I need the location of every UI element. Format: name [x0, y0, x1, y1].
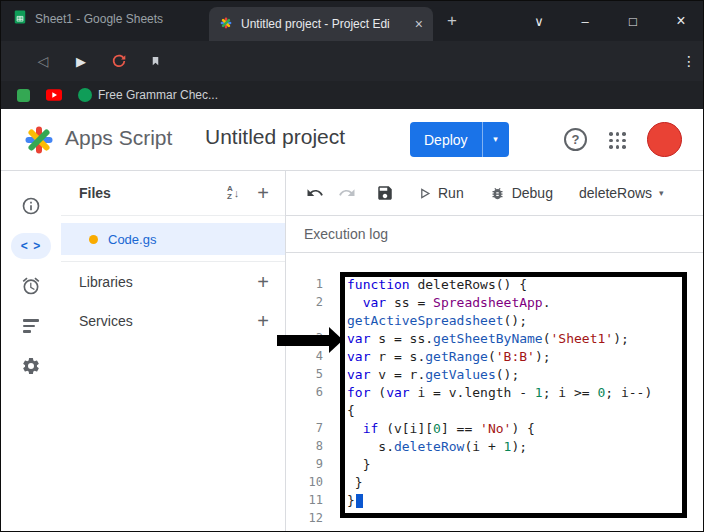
project-title[interactable]: Untitled project: [205, 125, 345, 149]
files-title: Files: [79, 185, 227, 201]
help-button[interactable]: ?: [564, 128, 587, 151]
line-number: 10: [286, 475, 323, 489]
run-button[interactable]: Run: [418, 185, 464, 201]
apps-script-logo-icon: [21, 122, 57, 162]
gs-file-dot-icon: [89, 235, 98, 244]
bookmark-flag-icon[interactable]: [141, 41, 169, 81]
code-area[interactable]: 1function deleteRows() {2 var ss = Sprea…: [286, 253, 703, 532]
bookmarks-bar: Free Grammar Chec...: [1, 81, 703, 109]
code-line[interactable]: 6for (var i = v.length - 1; i >= 0; i--): [286, 383, 703, 401]
executions-list-icon[interactable]: [11, 313, 51, 339]
line-number: 4: [286, 349, 323, 363]
code-line[interactable]: 7 if (v[i][0] == 'No') {: [286, 419, 703, 437]
triggers-clock-icon[interactable]: [11, 273, 51, 299]
line-number: 6: [286, 385, 323, 399]
tab-close-icon[interactable]: ×: [415, 16, 423, 32]
bookmark-sheets[interactable]: [17, 89, 30, 102]
deploy-button[interactable]: Deploy ▾: [410, 122, 509, 157]
address-bar: ◁ ▶ script.google.com/u/0/home/... 2 2: [1, 41, 703, 81]
window-close-button[interactable]: ×: [659, 1, 703, 41]
undo-icon[interactable]: [306, 184, 324, 202]
function-caret-icon: ▾: [659, 188, 664, 198]
code-text: }: [323, 457, 370, 472]
google-apps-grid-icon[interactable]: [609, 132, 626, 149]
overview-info-icon[interactable]: [11, 193, 51, 219]
code-line[interactable]: 8 s.deleteRow(i + 1);: [286, 437, 703, 455]
execution-log-tab[interactable]: Execution log: [286, 216, 703, 253]
code-line[interactable]: 9 }: [286, 455, 703, 473]
tab-title: Sheet1 - Google Sheets: [35, 12, 201, 26]
code-line[interactable]: 11}: [286, 491, 703, 509]
account-avatar[interactable]: [647, 122, 682, 157]
play-icon: [418, 187, 431, 200]
save-icon[interactable]: [376, 184, 394, 202]
code-text: {: [323, 403, 355, 418]
back-button[interactable]: ◁: [29, 41, 57, 81]
debug-label: Debug: [512, 185, 553, 201]
browser-window: Sheet1 - Google Sheets Untitled project …: [0, 0, 704, 532]
tab-title: Untitled project - Project Edi: [241, 17, 407, 31]
window-minimize-button[interactable]: –: [563, 1, 607, 41]
code-line[interactable]: 3var s = ss.getSheetByName('Sheet1');: [286, 329, 703, 347]
settings-gear-icon[interactable]: [11, 353, 51, 379]
file-item-code-gs[interactable]: Code.gs: [61, 223, 285, 255]
editor-pane: Run Debug deleteRows ▾ Execution log 1fu…: [286, 171, 703, 532]
code-line[interactable]: 10 }: [286, 473, 703, 491]
services-section: Services +: [61, 301, 285, 341]
line-number: 1: [286, 277, 323, 291]
line-number: 11: [286, 493, 323, 507]
code-text: var r = s.getRange('B:B');: [323, 349, 551, 364]
reload-button[interactable]: [105, 41, 133, 81]
run-label: Run: [438, 185, 464, 201]
line-number: 8: [286, 439, 323, 453]
code-text: getActiveSpreadsheet();: [323, 313, 527, 328]
left-rail: < >: [1, 171, 61, 532]
bookmark-grammar-checker[interactable]: Free Grammar Chec...: [78, 88, 218, 102]
code-line[interactable]: getActiveSpreadsheet();: [286, 311, 703, 329]
code-line[interactable]: 1function deleteRows() {: [286, 275, 703, 293]
forward-button[interactable]: ▶: [67, 41, 95, 81]
code-text: var v = r.getValues();: [323, 367, 519, 382]
add-file-button[interactable]: +: [257, 183, 269, 203]
code-line[interactable]: {: [286, 401, 703, 419]
window-chevron-icon[interactable]: ∨: [517, 1, 561, 41]
line-number: 3: [286, 331, 323, 345]
code-line[interactable]: 12: [286, 509, 703, 527]
line-number: 9: [286, 457, 323, 471]
code-line[interactable]: 5var v = r.getValues();: [286, 365, 703, 383]
code-text: }: [323, 475, 363, 490]
code-text: for (var i = v.length - 1; i >= 0; i--): [323, 385, 652, 400]
tab-apps-script[interactable]: Untitled project - Project Edi ×: [209, 7, 433, 41]
code-line[interactable]: 2 var ss = SpreadsheetApp.: [286, 293, 703, 311]
sort-az-icon[interactable]: AZ ↓: [227, 185, 239, 201]
files-panel: Files AZ ↓ + Code.gs Libraries + Service…: [61, 171, 286, 532]
services-label: Services: [79, 313, 257, 329]
add-service-button[interactable]: +: [257, 311, 269, 331]
code-text: s.deleteRow(i + 1);: [323, 439, 527, 454]
debug-button[interactable]: Debug: [490, 185, 553, 201]
grammar-favicon-icon: [78, 88, 92, 102]
code-text: if (v[i][0] == 'No') {: [323, 421, 535, 436]
function-selector[interactable]: deleteRows ▾: [579, 185, 664, 201]
new-tab-button[interactable]: +: [447, 11, 457, 31]
brand-title: Apps Script: [65, 126, 172, 150]
redo-icon[interactable]: [338, 184, 356, 202]
editor-toolbar: Run Debug deleteRows ▾: [286, 171, 703, 216]
bookmark-youtube[interactable]: [46, 89, 62, 101]
green-square-favicon-icon: [17, 89, 30, 102]
libraries-section: Libraries +: [61, 261, 285, 301]
text-cursor: [356, 494, 363, 508]
line-number: 7: [286, 421, 323, 435]
tab-google-sheets[interactable]: Sheet1 - Google Sheets: [13, 10, 201, 27]
code-line[interactable]: 4var r = s.getRange('B:B');: [286, 347, 703, 365]
add-library-button[interactable]: +: [257, 272, 269, 292]
window-maximize-button[interactable]: □: [611, 1, 655, 41]
deploy-caret-icon[interactable]: ▾: [482, 122, 509, 157]
editor-code-icon[interactable]: < >: [11, 233, 51, 259]
apps-script-favicon-icon: [219, 16, 233, 33]
browser-menu-kebab-icon[interactable]: ⋮: [677, 41, 701, 81]
execution-log-label: Execution log: [304, 226, 388, 242]
deploy-label[interactable]: Deploy: [410, 132, 482, 148]
line-number: 2: [286, 295, 323, 309]
code-text: var s = ss.getSheetByName('Sheet1');: [323, 331, 629, 346]
